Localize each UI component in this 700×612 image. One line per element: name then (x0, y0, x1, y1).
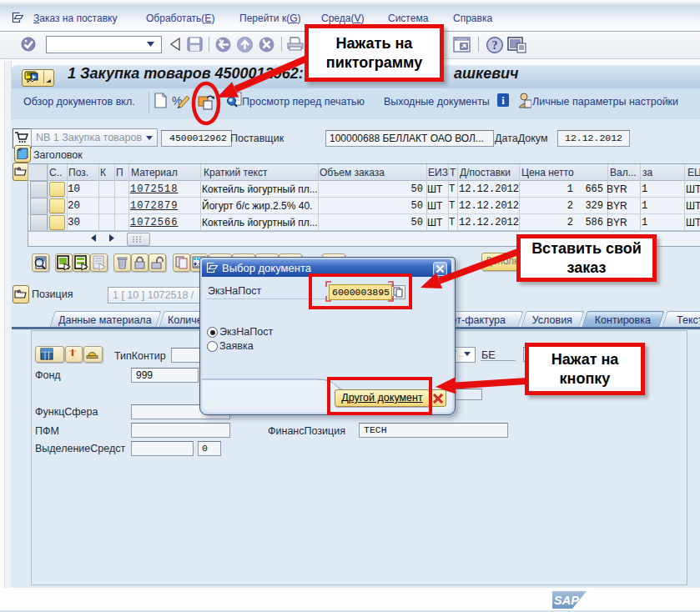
svg-text:SAP: SAP (554, 594, 579, 607)
svg-text:?: ? (492, 39, 498, 52)
svg-text:i: i (501, 94, 505, 107)
